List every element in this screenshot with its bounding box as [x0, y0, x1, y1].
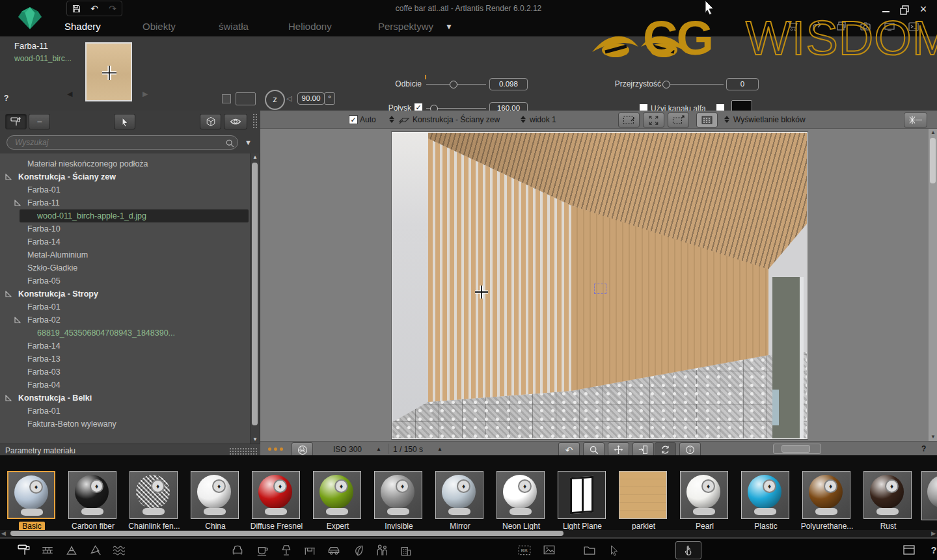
shelf-thumb[interactable]: [558, 471, 606, 519]
render-preview[interactable]: [392, 132, 808, 439]
shelf-item-basic[interactable]: ♦Basic: [3, 455, 61, 530]
shelf-thumb[interactable]: ♦: [680, 471, 728, 519]
bricks-icon[interactable]: [40, 543, 55, 557]
texture-preview[interactable]: [85, 42, 132, 101]
image-icon[interactable]: [542, 543, 556, 557]
degree-button[interactable]: °: [324, 92, 335, 105]
tree-expander-icon[interactable]: [5, 174, 12, 180]
help-icon[interactable]: ?: [927, 543, 937, 557]
shelf-thumb[interactable]: ♦: [313, 471, 361, 519]
tree-item[interactable]: wood-011_birch-apple-1_d.jpg: [0, 209, 250, 222]
vscroll-up-icon[interactable]: ▲: [929, 129, 937, 137]
resize-view-button[interactable]: [668, 113, 689, 127]
lamp-icon[interactable]: [279, 543, 293, 557]
hand-tool-button[interactable]: [675, 541, 701, 559]
tree-item[interactable]: Farba-14: [0, 340, 250, 353]
shelf-item-diffuse-fresnel[interactable]: ♦Diffuse Fresnel: [248, 455, 305, 530]
przejrzystosc-value[interactable]: 0: [726, 78, 759, 90]
shelf-scroll-right-icon[interactable]: ▶: [931, 530, 936, 537]
duplicate-icon[interactable]: [831, 19, 851, 33]
building-icon[interactable]: [399, 543, 413, 557]
shutter-value[interactable]: 1 / 150 s: [393, 445, 423, 454]
tree-item[interactable]: 68819_453506804708943_1848390...: [0, 327, 250, 340]
tree-item[interactable]: Szkło-Gładkie: [0, 261, 250, 274]
tree-item[interactable]: Farba-14: [0, 235, 250, 248]
shelf-scroll-left-icon[interactable]: ◀: [1, 530, 6, 537]
select-cursor-icon[interactable]: [607, 543, 621, 557]
shelf-item-invisible[interactable]: ♦Invisible: [370, 455, 428, 530]
folder-icon[interactable]: [582, 543, 597, 557]
rotation-value[interactable]: 90.00: [297, 92, 325, 105]
close-button[interactable]: ×: [915, 3, 932, 16]
tree-item[interactable]: Farba-04: [0, 379, 250, 392]
shelf-item-polyurethane[interactable]: ♦Polyurethane...: [798, 455, 856, 530]
tree-scroll-down-icon[interactable]: ▼: [251, 436, 260, 444]
shelf-item-rust[interactable]: ♦Rust: [860, 455, 917, 530]
viewport-help[interactable]: ?: [921, 444, 926, 453]
shelf-item-light-plane[interactable]: Light Plane: [554, 455, 611, 530]
rotation-reset-icon[interactable]: ◁: [286, 94, 292, 103]
tree-item[interactable]: Farba-02: [0, 313, 250, 327]
tree-item[interactable]: Farba-11: [0, 196, 250, 209]
tree-item[interactable]: Metal-Aluminium: [0, 248, 250, 261]
odbicie-value[interactable]: 0.098: [489, 78, 528, 90]
viewport-scrollbar[interactable]: ▲ ▼: [929, 129, 937, 441]
shelf-thumb[interactable]: ♦: [435, 471, 483, 519]
tree-item[interactable]: Farba-10: [0, 222, 250, 235]
shelf-thumb[interactable]: ♦: [129, 471, 178, 519]
shelf-item-expert[interactable]: ♦Expert: [309, 455, 366, 530]
shelf-item-mirror[interactable]: ♦Mirror: [431, 455, 489, 530]
remove-shader-button[interactable]: −: [29, 114, 50, 129]
visibility-button[interactable]: [224, 114, 247, 129]
overflow-dots-icon[interactable]: [268, 447, 283, 451]
mapping-swatch[interactable]: [236, 92, 256, 105]
tree-group[interactable]: Konstrukcja - Belki: [0, 392, 250, 405]
viewport-canvas[interactable]: [260, 129, 929, 441]
tree-item[interactable]: Materiał nieskończonego podłoża: [0, 157, 250, 170]
tree-expander-icon[interactable]: [14, 317, 21, 323]
search-input[interactable]: [7, 135, 238, 150]
shelf-thumb[interactable]: ♦: [741, 471, 789, 519]
render-laser-button[interactable]: [904, 113, 927, 127]
shutter-up-icon[interactable]: ▲: [437, 446, 442, 452]
vscroll-down-icon[interactable]: ▼: [929, 433, 937, 441]
tree-scrollbar[interactable]: ▲ ▼: [250, 153, 259, 444]
shelf-item-pearl[interactable]: ♦Pearl: [676, 455, 733, 530]
trowel-icon[interactable]: [88, 543, 103, 557]
shelf-thumb[interactable]: ♦: [191, 471, 239, 519]
restore-button[interactable]: [896, 3, 913, 16]
show-object-button[interactable]: [200, 114, 221, 129]
shelf-thumb[interactable]: [619, 471, 667, 519]
tree-item[interactable]: Farba-01: [0, 405, 250, 418]
prev-texture-arrow-icon[interactable]: ◀: [67, 90, 72, 98]
minimize-button[interactable]: [877, 3, 894, 16]
panel-layout-icon[interactable]: [902, 543, 916, 557]
billboard-icon[interactable]: BB: [517, 543, 532, 557]
tree-item[interactable]: Faktura-Beton wylewany: [0, 418, 250, 431]
odbicie-slider-thumb[interactable]: [450, 81, 457, 88]
undo-button[interactable]: ↶: [85, 1, 103, 16]
shelf-item-parkiet[interactable]: parkiet: [615, 455, 672, 530]
tree-item[interactable]: Farba-13: [0, 353, 250, 366]
iso-up-icon[interactable]: ▲: [376, 446, 381, 452]
vscroll-thumb[interactable]: [930, 138, 936, 183]
table-icon[interactable]: [303, 543, 317, 557]
cart-icon[interactable]: [783, 19, 803, 33]
shader-select[interactable]: Konstrukcja - Ściany zew: [413, 115, 500, 124]
display-icon[interactable]: [879, 19, 899, 33]
tab-swiatla[interactable]: światła: [219, 18, 249, 36]
shaders-mode-icon[interactable]: [17, 543, 31, 557]
view-select[interactable]: widok 1: [530, 115, 556, 124]
armchair-icon[interactable]: [230, 543, 245, 557]
shelf-item-carbon-fiber[interactable]: ♦Carbon fiber: [64, 455, 122, 530]
tab-perspektywy[interactable]: Perspektywy: [378, 18, 433, 36]
shelf-item-chainlink-fen[interactable]: ♦Chainlink fen...: [126, 455, 183, 530]
filter-dropdown-icon[interactable]: ▼: [245, 139, 252, 146]
add-shader-button[interactable]: [5, 114, 27, 129]
shelf-scrollbar[interactable]: ◀ ▶: [0, 530, 937, 537]
shelf-thumb[interactable]: ♦: [7, 471, 55, 519]
tree-item[interactable]: Farba-01: [0, 183, 250, 196]
people-icon[interactable]: [375, 543, 389, 557]
shelf-item-plastic[interactable]: ♦Plastic: [737, 455, 794, 530]
camera-icon[interactable]: [855, 19, 875, 33]
